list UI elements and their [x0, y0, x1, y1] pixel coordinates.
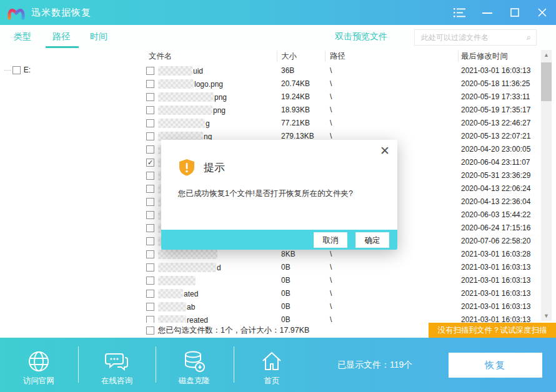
table-row[interactable]: 8KB\2021-03-01 16:03:28 [144, 248, 541, 261]
tab-type[interactable]: 类型 [14, 25, 31, 48]
row-checkbox[interactable] [146, 290, 154, 298]
dialog-message: 您已成功恢复1个文件!是否打开恢复所在的文件夹? [178, 189, 353, 199]
table-row[interactable]: png18.93KB\2020-05-19 17:35:17 [144, 104, 541, 117]
maximize-icon[interactable] [501, 0, 529, 25]
file-modified: 2020-04-20 23:00:05 [461, 143, 530, 156]
redacted-name-block [158, 92, 214, 102]
active-tab-underline [46, 46, 79, 48]
file-path: \ [330, 104, 332, 117]
scrollbar-thumb[interactable] [541, 62, 552, 101]
filter-search-box[interactable]: ⌕ [414, 29, 537, 46]
toolbar-item-website[interactable]: 访问官网 [7, 350, 70, 386]
row-checkbox[interactable] [146, 93, 154, 101]
close-icon[interactable] [529, 0, 556, 25]
row-checkbox[interactable] [146, 303, 154, 311]
toolbar-label: 磁盘克隆 [179, 376, 210, 386]
file-name: ated [158, 287, 198, 300]
file-modified: 2020-05-18 11:36:25 [461, 77, 530, 91]
row-checkbox[interactable] [146, 250, 154, 258]
file-modified: 2020-05-13 22:07:21 [461, 130, 530, 143]
row-checkbox[interactable] [146, 106, 154, 114]
row-checkbox[interactable] [146, 316, 154, 323]
file-name-suffix: logo.png [194, 80, 223, 89]
table-header: 文件名 大小 路径 最后修改时间 [144, 49, 541, 65]
redacted-name-block [158, 302, 186, 311]
file-modified: 2021-03-01 16:03:13 [461, 274, 530, 287]
file-modified: 2020-04-13 22:36:04 [461, 195, 530, 208]
col-modified[interactable]: 最后修改时间 [461, 49, 508, 64]
row-checkbox[interactable] [146, 132, 154, 140]
file-modified: 2020-06-04 23:11:07 [461, 156, 530, 169]
file-size: 0B [281, 313, 290, 323]
toolbar-item-home[interactable]: 首页 [241, 350, 303, 386]
file-name-suffix: png [213, 106, 226, 115]
row-checkbox[interactable] [146, 211, 154, 219]
recover-button[interactable]: 恢复 [449, 353, 542, 378]
file-modified: 2020-04-13 22:06:24 [461, 182, 530, 195]
toolbar-item-consult[interactable]: 在线咨询 [86, 350, 148, 386]
scroll-down-icon[interactable]: ▼ [541, 311, 552, 321]
row-checkbox[interactable] [146, 277, 154, 285]
file-modified: 2021-03-01 16:03:13 [461, 64, 530, 77]
ok-button[interactable]: 确定 [355, 232, 389, 248]
row-checkbox[interactable] [146, 145, 154, 154]
row-checkbox[interactable] [146, 198, 154, 206]
drive-checkbox[interactable] [12, 66, 21, 74]
column-separator [325, 51, 325, 62]
row-checkbox[interactable] [146, 80, 154, 88]
search-input[interactable] [415, 33, 527, 42]
row-checkbox[interactable] [146, 185, 154, 193]
file-path: \ [330, 300, 332, 313]
col-path[interactable]: 路径 [330, 49, 345, 64]
row-checkbox[interactable] [146, 237, 154, 245]
file-size: 77.21KB [281, 117, 310, 130]
row-checkbox[interactable] [146, 263, 154, 272]
file-size: 36B [281, 64, 294, 77]
file-modified: 2021-03-01 16:03:13 [461, 287, 530, 300]
toolbar-item-diskclone[interactable]: 磁盘克隆 [163, 350, 226, 386]
file-size: 19.24KB [281, 91, 310, 104]
tab-path[interactable]: 路径 [52, 25, 70, 48]
file-size: 0B [281, 300, 290, 313]
table-row[interactable]: d0B\2021-03-01 16:03:13 [144, 261, 541, 274]
row-checkbox[interactable] [146, 159, 154, 167]
table-row[interactable]: png19.24KB\2020-05-19 17:33:11 [144, 91, 541, 104]
table-row[interactable]: uid36B\2021-03-01 16:03:13 [144, 64, 541, 77]
tree-item-drive-e[interactable]: ····· E: [4, 66, 31, 74]
table-scrollbar[interactable]: ▲ ▼ [541, 50, 552, 321]
redacted-name-block [158, 263, 216, 272]
window-controls [446, 0, 556, 25]
table-row[interactable]: ab0B\2021-03-01 16:03:13 [144, 300, 541, 313]
minimize-icon[interactable] [474, 0, 501, 25]
redacted-name-block [158, 250, 217, 259]
column-separator [458, 51, 459, 62]
table-row[interactable]: reated0B\2021-03-01 16:03:13 [144, 313, 541, 323]
tab-time[interactable]: 时间 [90, 25, 107, 48]
file-modified: 2020-06-24 17:15:16 [461, 222, 530, 235]
recovery-dialog: ✕ 提示 您已成功恢复1个文件!是否打开恢复所在的文件夹? 取消 确定 [161, 140, 397, 250]
select-all-checkbox[interactable] [146, 326, 154, 335]
chat-icon [105, 350, 129, 373]
file-size: 20.74KB [281, 77, 310, 91]
cancel-button[interactable]: 取消 [314, 232, 347, 248]
table-row[interactable]: ated0B\2021-03-01 16:03:13 [144, 287, 541, 300]
file-path: \ [330, 274, 332, 287]
table-row[interactable]: 0B\2021-03-01 16:03:13 [144, 274, 541, 287]
file-name-suffix: g [206, 119, 210, 128]
col-size[interactable]: 大小 [281, 49, 297, 64]
deep-scan-banner[interactable]: 没有扫描到文件？试试深度扫描 [429, 323, 556, 338]
file-modified: 2020-05-31 23:36:29 [461, 169, 530, 182]
table-row[interactable]: logo.png20.74KB\2020-05-18 11:36:25 [144, 77, 541, 91]
row-checkbox[interactable] [146, 67, 154, 75]
dialog-close-icon[interactable]: ✕ [380, 145, 390, 157]
col-filename[interactable]: 文件名 [149, 49, 172, 64]
scroll-up-icon[interactable]: ▲ [541, 50, 552, 60]
row-checkbox[interactable] [146, 224, 154, 232]
table-row[interactable]: g77.21KB\2020-05-13 22:46:27 [144, 117, 541, 130]
file-name-suffix: uid [193, 67, 203, 76]
redacted-name-block [158, 66, 192, 76]
row-checkbox[interactable] [146, 172, 154, 180]
row-checkbox[interactable] [146, 119, 154, 127]
menu-list-icon[interactable] [446, 0, 474, 25]
redacted-name-block [158, 119, 205, 128]
